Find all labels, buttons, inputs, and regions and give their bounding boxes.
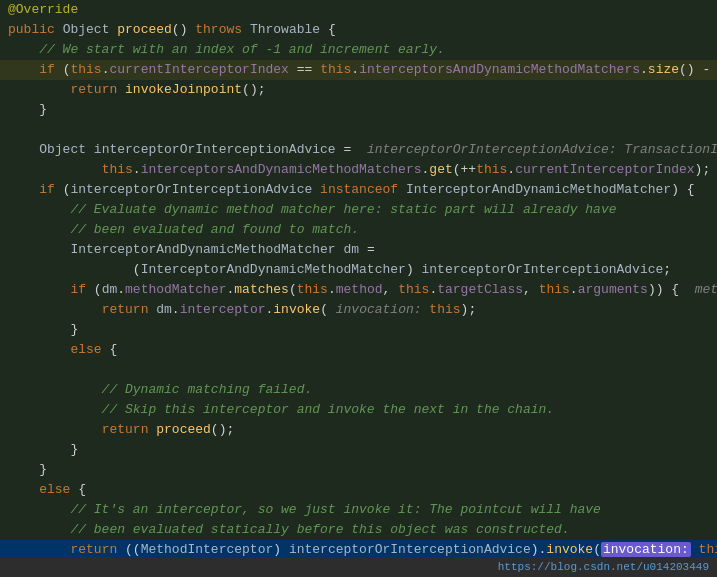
code-line-18: else {: [0, 340, 717, 360]
status-url: https://blog.csdn.net/u014203449: [498, 561, 709, 573]
code-line-7: [0, 120, 717, 140]
code-line-1: @Override: [0, 0, 717, 20]
code-line-15: if (dm.methodMatcher.matches(this.method…: [0, 280, 717, 300]
code-line-24: }: [0, 460, 717, 480]
throws-keyword: throws: [195, 22, 242, 37]
code-line-23: }: [0, 440, 717, 460]
code-line-25: else {: [0, 480, 717, 500]
code-line-5: return invokeJoinpoint();: [0, 80, 717, 100]
code-line-3: // We start with an index of -1 and incr…: [0, 40, 717, 60]
code-line-26: // It's an interceptor, so we just invok…: [0, 500, 717, 520]
code-line-2: public Object proceed() throws Throwable…: [0, 20, 717, 40]
code-line-17: }: [0, 320, 717, 340]
code-line-20: // Dynamic matching failed.: [0, 380, 717, 400]
code-line-12: // been evaluated and found to match.: [0, 220, 717, 240]
invoke-highlight: invocation:: [601, 542, 691, 557]
code-line-10: if (interceptorOrInterceptionAdvice inst…: [0, 180, 717, 200]
code-line-13: InterceptorAndDynamicMethodMatcher dm =: [0, 240, 717, 260]
status-bar: https://blog.csdn.net/u014203449: [0, 557, 717, 577]
code-editor: @Override public Object proceed() throws…: [0, 0, 717, 577]
code-line-11: // Evaluate dynamic method matcher here:…: [0, 200, 717, 220]
code-line-27: // been evaluated statically before this…: [0, 520, 717, 540]
code-line-8: Object interceptorOrInterceptionAdvice =…: [0, 140, 717, 160]
code-line-22: return proceed();: [0, 420, 717, 440]
annotation-override: @Override: [8, 2, 78, 17]
code-line-4: if (this.currentInterceptorIndex == this…: [0, 60, 717, 80]
code-line-16: return dm.interceptor.invoke( invocation…: [0, 300, 717, 320]
code-line-19: [0, 360, 717, 380]
code-line-14: (InterceptorAndDynamicMethodMatcher) int…: [0, 260, 717, 280]
code-line-21: // Skip this interceptor and invoke the …: [0, 400, 717, 420]
code-line-9: this.interceptorsAndDynamicMethodMatcher…: [0, 160, 717, 180]
code-line-6: }: [0, 100, 717, 120]
